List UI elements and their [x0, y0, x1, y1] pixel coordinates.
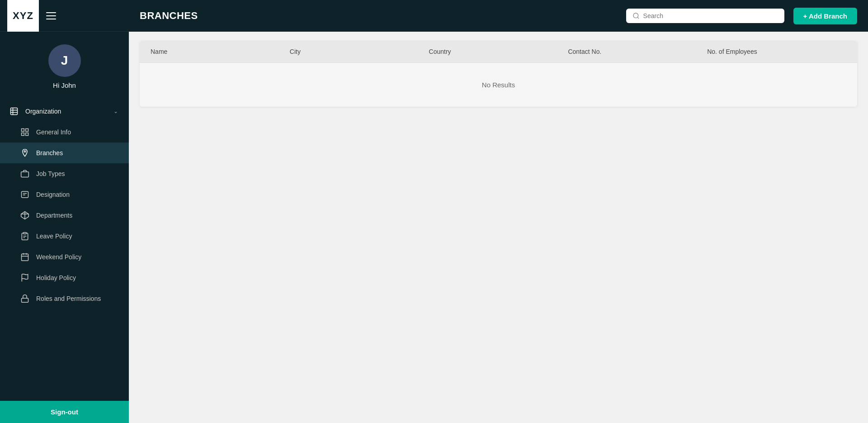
search-icon [632, 12, 640, 19]
table-header: Name City Country Contact No. No. of Emp… [140, 41, 857, 63]
svg-rect-10 [22, 191, 28, 197]
clipboard-icon [20, 231, 30, 241]
no-results-message: No Results [140, 63, 857, 107]
svg-rect-16 [24, 233, 27, 234]
sidebar-item-job-types[interactable]: Job Types [0, 163, 129, 184]
flag-icon [20, 273, 30, 283]
add-branch-button[interactable]: + Add Branch [793, 8, 857, 24]
sidebar-item-label-job-types: Job Types [36, 170, 118, 177]
sidebar-item-general-info[interactable]: General Info [0, 122, 129, 143]
logo: XYZ [7, 0, 39, 32]
sidebar: XYZ J Hi John Organization ⌄ General Inf… [0, 0, 129, 423]
sidebar-item-branches[interactable]: Branches [0, 143, 129, 163]
search-bar [626, 9, 784, 23]
svg-point-8 [24, 151, 25, 152]
content-area: Name City Country Contact No. No. of Emp… [129, 32, 868, 423]
sidebar-item-label-branches: Branches [36, 149, 118, 157]
topbar: BRANCHES + Add Branch [129, 0, 868, 32]
nav-menu: Organization ⌄ General Info Branches Job… [0, 97, 129, 401]
branches-table: Name City Country Contact No. No. of Emp… [140, 41, 857, 107]
col-name: Name [151, 48, 290, 55]
briefcase-icon [20, 169, 30, 179]
main-area: BRANCHES + Add Branch Name City Country … [129, 0, 868, 423]
sidebar-item-label-departments: Departments [36, 212, 118, 219]
avatar: J [48, 44, 81, 77]
svg-rect-24 [22, 298, 28, 302]
grid-icon [20, 127, 30, 137]
svg-rect-4 [22, 129, 24, 132]
col-contact: Contact No. [568, 48, 707, 55]
col-country: Country [429, 48, 568, 55]
sidebar-item-label-designation: Designation [36, 191, 118, 198]
badge-icon [20, 190, 30, 200]
svg-rect-5 [26, 129, 28, 132]
building-icon [9, 106, 19, 116]
svg-rect-19 [22, 254, 28, 261]
page-title: BRANCHES [140, 10, 198, 22]
sidebar-item-departments[interactable]: Departments [0, 205, 129, 226]
sidebar-item-label-holiday-policy: Holiday Policy [36, 274, 118, 281]
sidebar-item-organization[interactable]: Organization ⌄ [0, 101, 129, 122]
calendar-icon [20, 252, 30, 262]
col-employees: No. of Employees [707, 48, 846, 55]
user-section: J Hi John [0, 32, 129, 97]
sidebar-item-label-roles-permissions: Roles and Permissions [36, 295, 118, 302]
greeting-text: Hi John [53, 81, 76, 89]
sidebar-logo-area: XYZ [0, 0, 129, 32]
sidebar-item-holiday-policy[interactable]: Holiday Policy [0, 267, 129, 288]
svg-rect-7 [26, 133, 28, 136]
sidebar-item-roles-permissions[interactable]: Roles and Permissions [0, 288, 129, 309]
departments-icon [20, 210, 30, 220]
sidebar-item-designation[interactable]: Designation [0, 184, 129, 205]
sidebar-item-leave-policy[interactable]: Leave Policy [0, 226, 129, 247]
sidebar-item-label-leave-policy: Leave Policy [36, 233, 118, 240]
svg-rect-9 [21, 172, 29, 177]
sidebar-item-weekend-policy[interactable]: Weekend Policy [0, 247, 129, 267]
sidebar-item-label-weekend-policy: Weekend Policy [36, 253, 118, 261]
search-input[interactable] [643, 12, 778, 19]
svg-point-25 [633, 13, 638, 18]
svg-line-26 [637, 17, 639, 19]
svg-rect-0 [11, 108, 18, 115]
chevron-down-icon: ⌄ [113, 108, 118, 114]
location-icon [20, 148, 30, 158]
col-city: City [290, 48, 429, 55]
hamburger-button[interactable] [46, 12, 56, 19]
sidebar-item-label-general-info: General Info [36, 128, 118, 136]
sign-out-button[interactable]: Sign-out [0, 401, 129, 423]
svg-rect-6 [22, 133, 24, 136]
lock-icon [20, 294, 30, 304]
sidebar-item-label-organization: Organization [25, 108, 107, 115]
